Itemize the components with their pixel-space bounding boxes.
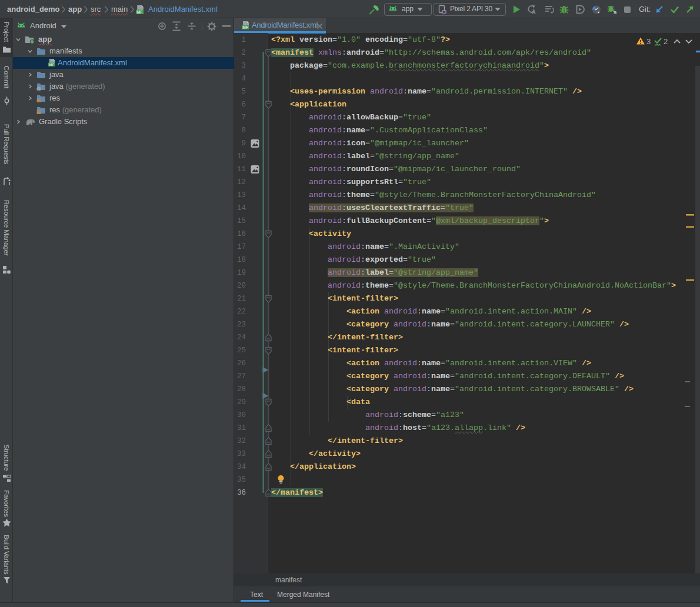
svg-text:MF: MF <box>242 25 248 29</box>
svg-text:2: 2 <box>664 37 668 46</box>
svg-text:3: 3 <box>646 37 651 46</box>
